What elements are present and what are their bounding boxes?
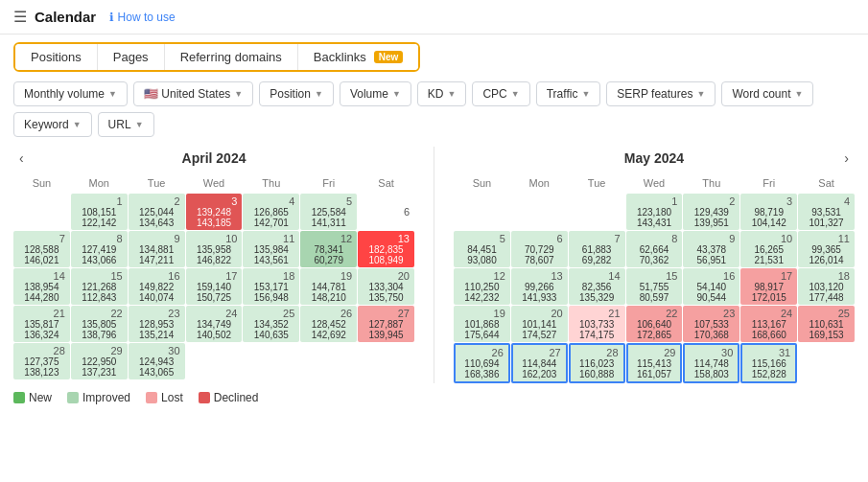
legend-new: New [13, 391, 52, 404]
day-header-fri: Fri [300, 173, 357, 193]
cal-cell [300, 343, 357, 379]
day-header-tue: Tue [569, 173, 625, 193]
cal-cell: 20101,141174,527 [511, 306, 568, 342]
filter-position[interactable]: Position ▼ [259, 81, 334, 106]
help-link[interactable]: ℹ How to use [109, 11, 175, 24]
cal-cell: 20133,304135,750 [358, 268, 414, 305]
cal-cell: 29122,950137,231 [71, 343, 128, 379]
tab-group: Positions Pages Referring domains Backli… [13, 42, 420, 72]
filter-kd[interactable]: KD ▼ [417, 81, 467, 106]
cal-cell: 12110,250142,232 [454, 268, 510, 305]
may-calendar: May 2024 › Sun Mon Tue Wed Thu Fri Sat 1… [454, 147, 855, 383]
cal-cell: 30114,748158,803 [683, 343, 739, 383]
cal-cell: 31115,166152,828 [740, 343, 797, 383]
cal-cell: 19101,868175,644 [454, 306, 510, 342]
tab-referring-domains[interactable]: Referring domains [165, 44, 298, 70]
cal-cell: 24134,749140,502 [186, 306, 243, 342]
cal-cell: 2125,044134,643 [129, 194, 185, 230]
filter-keyword[interactable]: Keyword ▼ [13, 112, 92, 137]
day-header-sat: Sat [798, 173, 855, 193]
cal-cell: 1123,180143,431 [626, 194, 683, 230]
legend-improved: Improved [67, 391, 130, 404]
cal-cell: 584,45193,080 [454, 231, 510, 267]
day-header-sun: Sun [13, 173, 70, 193]
cal-cell: 7128,588146,021 [13, 231, 70, 267]
april-header: ‹ April 2024 [13, 147, 414, 173]
april-grid: Sun Mon Tue Wed Thu Fri Sat 1108,151122,… [13, 173, 414, 379]
cal-cell: 16149,822140,074 [129, 268, 185, 305]
day-header-sat: Sat [358, 173, 414, 193]
legend-new-box [13, 392, 25, 403]
legend-declined: Declined [199, 391, 259, 404]
cal-cell [511, 194, 568, 230]
filter-country[interactable]: 🇺🇸 United States ▼ [133, 81, 253, 106]
tab-pages[interactable]: Pages [98, 44, 165, 70]
legend-improved-label: Improved [82, 391, 130, 404]
cal-cell: 670,72978,607 [511, 231, 568, 267]
day-header-wed: Wed [626, 173, 683, 193]
cal-cell: 25110,631169,153 [798, 306, 855, 342]
day-header-fri: Fri [740, 173, 797, 193]
cal-cell [358, 343, 414, 379]
cal-cell: 4126,865142,701 [243, 194, 299, 230]
cal-cell [13, 194, 70, 230]
day-header-sun: Sun [454, 173, 510, 193]
cal-cell: 1551,75580,597 [626, 268, 683, 305]
cal-cell: 5125,584141,311 [300, 194, 357, 230]
cal-cell: 24113,167168,660 [740, 306, 797, 342]
legend: New Improved Lost Declined [0, 383, 868, 412]
day-header-mon: Mon [511, 173, 568, 193]
cal-cell: 1016,26521,531 [740, 231, 797, 267]
may-header: May 2024 › [454, 147, 855, 173]
day-header-mon: Mon [71, 173, 128, 193]
cal-cell [243, 343, 299, 379]
filter-traffic[interactable]: Traffic ▼ [536, 81, 601, 106]
day-header-tue: Tue [129, 173, 185, 193]
day-header-wed: Wed [186, 173, 243, 193]
cal-cell: 26110,694168,386 [454, 343, 510, 383]
header: ☰ Calendar ℹ How to use [0, 0, 868, 34]
filter-serp[interactable]: SERP features ▼ [606, 81, 716, 106]
cal-cell: 11135,984143,561 [243, 231, 299, 267]
filter-word-count[interactable]: Word count ▼ [721, 81, 813, 106]
cal-cell: 10135,958146,822 [186, 231, 243, 267]
cal-cell [569, 194, 625, 230]
filter-cpc[interactable]: CPC ▼ [472, 81, 529, 106]
tab-positions[interactable]: Positions [15, 44, 98, 70]
cal-cell: 19144,781148,210 [300, 268, 357, 305]
calendar-divider [434, 147, 434, 383]
prev-month-button[interactable]: ‹ [13, 149, 30, 168]
cal-cell: 23107,533170,368 [683, 306, 739, 342]
filter-url[interactable]: URL ▼ [98, 112, 154, 137]
legend-declined-box [199, 392, 210, 403]
legend-new-label: New [29, 391, 52, 404]
next-month-button[interactable]: › [838, 149, 855, 168]
cal-cell: 29115,413161,057 [626, 343, 683, 383]
cal-cell: 8127,419143,066 [71, 231, 128, 267]
cal-cell: 28127,375138,123 [13, 343, 70, 379]
cal-cell: 30124,943143,065 [129, 343, 185, 379]
app-title: Calendar [35, 9, 96, 25]
cal-cell [454, 194, 510, 230]
cal-cell: 27114,844162,203 [511, 343, 568, 383]
cal-cell: 943,37856,951 [683, 231, 739, 267]
cal-cell: 26128,452142,692 [300, 306, 357, 342]
cal-cell: 1278,34160,279 [300, 231, 357, 267]
april-title: April 2024 [182, 150, 246, 166]
tab-backlinks[interactable]: Backlinks New [298, 44, 418, 70]
cal-cell: 14138,954144,280 [13, 268, 70, 305]
cal-cell: 22106,640172,865 [626, 306, 683, 342]
cal-cell: 761,88369,282 [569, 231, 625, 267]
cal-cell: 1482,356135,329 [569, 268, 625, 305]
filter-monthly-volume[interactable]: Monthly volume ▼ [13, 81, 128, 106]
menu-icon[interactable]: ☰ [13, 8, 27, 26]
cal-cell: 21103,733174,175 [569, 306, 625, 342]
cal-cell: 1399,266141,933 [511, 268, 568, 305]
cal-cell: 23128,953135,214 [129, 306, 185, 342]
cal-cell: 6 [358, 194, 414, 230]
tabs-container: Positions Pages Referring domains Backli… [0, 34, 868, 72]
legend-declined-label: Declined [214, 391, 259, 404]
may-grid: Sun Mon Tue Wed Thu Fri Sat 1123,180143,… [454, 173, 855, 383]
filter-volume[interactable]: Volume ▼ [340, 81, 411, 106]
filters-bar: Monthly volume ▼ 🇺🇸 United States ▼ Posi… [0, 72, 868, 147]
